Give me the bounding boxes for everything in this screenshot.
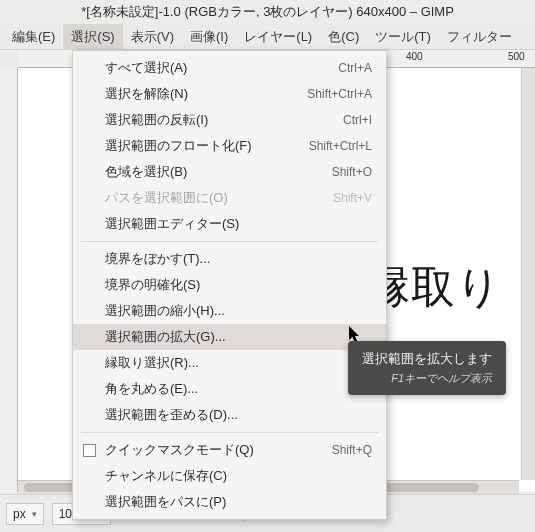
menu-item-label: 境界をぼかす(T)... — [105, 250, 372, 268]
menu-item-grow[interactable]: 選択範囲の拡大(G)... — [73, 324, 386, 350]
menu-item-shrink[interactable]: 選択範囲の縮小(H)... — [73, 298, 386, 324]
unit-selector[interactable]: px ▾ — [6, 503, 44, 525]
menu-item-distort[interactable]: 選択範囲を歪める(D)... — [73, 402, 386, 428]
ruler-vertical — [0, 68, 18, 492]
menu-item-shortcut: Shift+Q — [332, 443, 372, 457]
menu-item-label: クイックマスクモード(Q) — [105, 441, 332, 459]
menu-item-select-all[interactable]: すべて選択(A) Ctrl+A — [73, 55, 386, 81]
select-menu-dropdown: すべて選択(A) Ctrl+A 選択を解除(N) Shift+Ctrl+A 選択… — [72, 50, 387, 520]
menu-item-label: 選択を解除(N) — [105, 85, 307, 103]
menu-item-save-to-channel[interactable]: チャンネルに保存(C) — [73, 463, 386, 489]
menu-edit[interactable]: 編集(E) — [4, 24, 63, 50]
checkbox-icon — [83, 444, 96, 457]
menu-item-label: 境界の明確化(S) — [105, 276, 372, 294]
menu-image[interactable]: 画像(I) — [182, 24, 236, 50]
menu-item-label: 選択範囲の拡大(G)... — [105, 328, 372, 346]
menu-item-shortcut: Shift+Ctrl+L — [309, 139, 372, 153]
menu-item-shortcut: Ctrl+A — [338, 61, 372, 75]
menu-item-select-none[interactable]: 選択を解除(N) Shift+Ctrl+A — [73, 81, 386, 107]
menu-color[interactable]: 色(C) — [320, 24, 367, 50]
menu-view[interactable]: 表示(V) — [123, 24, 182, 50]
menubar: 編集(E) 選択(S) 表示(V) 画像(I) レイヤー(L) 色(C) ツール… — [0, 24, 535, 50]
menu-item-shortcut: Ctrl+I — [343, 113, 372, 127]
menu-item-label: チャンネルに保存(C) — [105, 467, 372, 485]
window-titlebar: *[名称未設定]-1.0 (RGBカラー, 3枚のレイヤー) 640x400 –… — [0, 0, 535, 24]
menu-item-label: 縁取り選択(R)... — [105, 354, 372, 372]
menu-item-shortcut: Shift+O — [332, 165, 372, 179]
menu-item-select-float[interactable]: 選択範囲のフロート化(F) Shift+Ctrl+L — [73, 133, 386, 159]
menu-item-to-path[interactable]: 選択範囲をパスに(P) — [73, 489, 386, 515]
menu-item-label: 選択範囲を歪める(D)... — [105, 406, 372, 424]
menu-item-from-path: パスを選択範囲に(O) Shift+V — [73, 185, 386, 211]
window-title: *[名称未設定]-1.0 (RGBカラー, 3枚のレイヤー) 640x400 –… — [81, 3, 454, 21]
unit-value: px — [13, 507, 26, 521]
menu-item-label: 選択範囲のフロート化(F) — [105, 137, 309, 155]
scrollbar-vertical[interactable] — [521, 68, 535, 480]
menu-item-label: 色域を選択(B) — [105, 163, 332, 181]
menu-item-label: すべて選択(A) — [105, 59, 338, 77]
ruler-tick-500: 500 — [508, 51, 525, 62]
menu-item-feather[interactable]: 境界をぼかす(T)... — [73, 246, 386, 272]
tooltip-main: 選択範囲を拡大します — [362, 349, 492, 370]
menu-item-sharpen[interactable]: 境界の明確化(S) — [73, 272, 386, 298]
menu-item-label: 選択範囲エディター(S) — [105, 215, 372, 233]
chevron-down-icon: ▾ — [32, 509, 37, 519]
menu-layer[interactable]: レイヤー(L) — [236, 24, 320, 50]
menu-separator — [81, 432, 378, 433]
menu-item-label: パスを選択範囲に(O) — [105, 189, 333, 207]
menu-item-selection-editor[interactable]: 選択範囲エディター(S) — [73, 211, 386, 237]
menu-tool[interactable]: ツール(T) — [367, 24, 439, 50]
menu-item-rounded[interactable]: 角を丸める(E)... — [73, 376, 386, 402]
menu-filter[interactable]: フィルター — [439, 24, 520, 50]
menu-item-select-invert[interactable]: 選択範囲の反転(I) Ctrl+I — [73, 107, 386, 133]
menu-select[interactable]: 選択(S) — [63, 24, 122, 50]
menu-item-label: 角を丸める(E)... — [105, 380, 372, 398]
menu-item-border[interactable]: 縁取り選択(R)... — [73, 350, 386, 376]
menu-separator — [81, 241, 378, 242]
menu-item-label: 選択範囲をパスに(P) — [105, 493, 372, 511]
menu-item-label: 選択範囲の縮小(H)... — [105, 302, 372, 320]
menu-item-shortcut: Shift+Ctrl+A — [307, 87, 372, 101]
menu-item-shortcut: Shift+V — [333, 191, 372, 205]
tooltip-sub: F1キーでヘルプ表示 — [362, 370, 492, 388]
menu-item-label: 選択範囲の反転(I) — [105, 111, 343, 129]
menu-item-by-color[interactable]: 色域を選択(B) Shift+O — [73, 159, 386, 185]
tooltip: 選択範囲を拡大します F1キーでヘルプ表示 — [348, 341, 506, 395]
ruler-tick-400: 400 — [406, 51, 423, 62]
menu-item-quickmask[interactable]: クイックマスクモード(Q) Shift+Q — [73, 437, 386, 463]
